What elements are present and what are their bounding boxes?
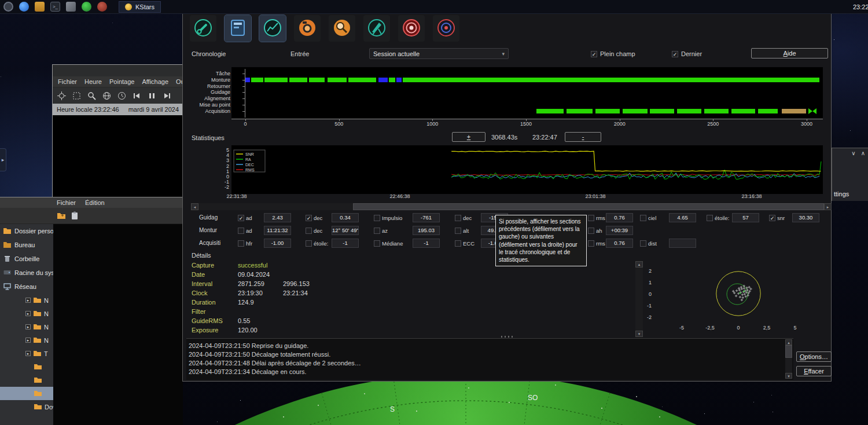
scrollbar-thumb[interactable] — [785, 345, 792, 358]
measure-field-dec: ✓dec — [306, 213, 322, 222]
tree-item[interactable]: ▸N — [0, 307, 53, 320]
place-réseau[interactable]: Réseau — [0, 280, 53, 294]
place-bureau[interactable]: Bureau — [0, 238, 53, 252]
terminal-icon[interactable]: >_ — [50, 2, 60, 12]
globe-icon[interactable] — [102, 91, 111, 100]
checkbox[interactable] — [306, 228, 312, 234]
maximize-icon[interactable]: ∧ — [861, 150, 865, 156]
taskbar-window-button[interactable]: KStars — [119, 1, 161, 13]
skip-backward-icon[interactable] — [133, 91, 141, 100]
checkbox[interactable] — [455, 215, 461, 221]
tree-item[interactable] — [0, 360, 53, 373]
app-red-icon[interactable] — [97, 2, 107, 12]
collapsed-panel-handle[interactable]: ▸ — [0, 148, 6, 171]
scatter-y-tick-label: 2 — [641, 268, 652, 274]
tree-item[interactable] — [0, 373, 53, 387]
scroll-left-icon[interactable]: ◂ — [191, 203, 198, 210]
file-manager-icon[interactable] — [35, 2, 45, 12]
tree-item[interactable]: ▸N — [0, 334, 53, 347]
scroll-right-icon[interactable]: ▸ — [824, 203, 832, 210]
place-label: Bureau — [14, 241, 35, 248]
expand-icon[interactable]: ▸ — [25, 298, 31, 303]
place-corbeille[interactable]: Corbeille — [0, 252, 53, 266]
checkbox[interactable]: ✓ — [591, 51, 597, 57]
setup-module-button[interactable] — [190, 15, 216, 42]
tools-icon[interactable] — [66, 2, 76, 12]
measure-field-rms: rms — [588, 213, 605, 222]
checkbox[interactable] — [374, 240, 380, 247]
file-manager-view[interactable] — [53, 224, 183, 425]
crosshair-icon[interactable] — [57, 91, 66, 100]
clock-icon[interactable] — [117, 91, 126, 100]
tree-item[interactable]: ▸N — [0, 294, 53, 307]
checkbox[interactable]: ✓ — [672, 51, 678, 57]
checkbox[interactable] — [707, 215, 713, 221]
details-key: Date — [192, 271, 205, 278]
help-button[interactable]: Aide — [751, 48, 828, 58]
checkbox[interactable] — [238, 228, 244, 234]
measure-field-dec: dec — [455, 213, 472, 222]
expand-icon[interactable]: ▸ — [25, 351, 31, 356]
scrollbar-track[interactable] — [635, 268, 643, 331]
find-icon[interactable] — [87, 91, 96, 100]
details-value: 124.9 — [238, 299, 254, 306]
zoom-box-icon[interactable] — [72, 91, 81, 100]
checkbox[interactable] — [455, 228, 461, 234]
pause-icon[interactable] — [148, 91, 156, 100]
menu-item-édition[interactable]: Édition — [85, 197, 105, 208]
tree-item[interactable]: Dow — [0, 400, 53, 413]
checkbox[interactable] — [374, 228, 380, 234]
checkbox[interactable]: ✓ — [238, 215, 244, 221]
align-module-button[interactable] — [398, 15, 425, 42]
guide-module-button[interactable] — [433, 15, 459, 42]
web-browser-icon[interactable] — [19, 2, 29, 12]
checkbox[interactable]: ✓ — [769, 215, 775, 221]
kstars-tray-icon[interactable] — [82, 2, 91, 12]
scroll-up-icon[interactable]: ▴ — [635, 261, 643, 268]
scroll-down-icon[interactable]: ▾ — [785, 373, 792, 379]
checkbox[interactable] — [306, 240, 312, 247]
zoom-in-button[interactable]: + — [452, 132, 486, 142]
splitter-handle[interactable] — [501, 336, 515, 338]
skip-forward-icon[interactable] — [163, 91, 171, 100]
session-select[interactable]: Session actuelle ▾ — [369, 48, 509, 59]
menu-item-pointage[interactable]: Pointage — [109, 76, 134, 87]
checkbox[interactable] — [238, 240, 244, 247]
expand-icon[interactable]: ▸ — [25, 338, 31, 343]
focus-module-button[interactable] — [329, 15, 355, 42]
checkbox[interactable] — [588, 215, 594, 221]
tree-item[interactable]: ▸T — [0, 347, 53, 360]
zoom-out-button[interactable]: - — [565, 132, 601, 142]
place-dossier-person[interactable]: Dossier person — [0, 224, 53, 238]
scroll-down-icon[interactable]: ▾ — [635, 331, 643, 337]
checkbox[interactable] — [588, 240, 594, 247]
tree-item[interactable]: ▸N — [0, 320, 53, 334]
scrollbar-thumb[interactable] — [353, 203, 824, 210]
checkbox[interactable]: ✓ — [306, 215, 312, 221]
scroll-up-icon[interactable]: ▴ — [785, 339, 792, 345]
options-button[interactable]: Options… — [796, 351, 832, 362]
checkbox[interactable] — [374, 215, 380, 221]
menu-item-heure[interactable]: Heure — [84, 76, 102, 87]
minimize-icon[interactable]: ∨ — [851, 150, 855, 156]
clear-log-button[interactable]: Effacer — [796, 366, 832, 376]
menu-item-fichier[interactable]: Fichier — [57, 197, 76, 208]
expand-icon[interactable]: ▸ — [25, 324, 31, 329]
clipboard-icon[interactable] — [71, 211, 79, 220]
capture-module-button[interactable] — [294, 15, 321, 42]
checkbox[interactable] — [640, 240, 646, 247]
menu-item-affichage[interactable]: Affichage — [142, 76, 168, 87]
tree-item[interactable] — [0, 387, 53, 400]
scheduler-module-button[interactable] — [225, 15, 251, 42]
checkbox[interactable] — [455, 240, 461, 247]
place-racine-du-syst[interactable]: Racine du syst — [0, 266, 53, 280]
checkbox[interactable] — [588, 228, 594, 234]
expand-icon[interactable]: ▸ — [25, 311, 31, 316]
checkbox[interactable] — [640, 215, 646, 221]
new-folder-icon[interactable] — [57, 211, 65, 220]
mount-module-button[interactable] — [363, 15, 390, 42]
kstars-titlebar[interactable] — [53, 65, 183, 76]
app-menu-icon[interactable] — [3, 2, 13, 12]
menu-item-fichier[interactable]: Fichier — [58, 76, 77, 87]
analyze-module-button[interactable] — [259, 15, 286, 42]
